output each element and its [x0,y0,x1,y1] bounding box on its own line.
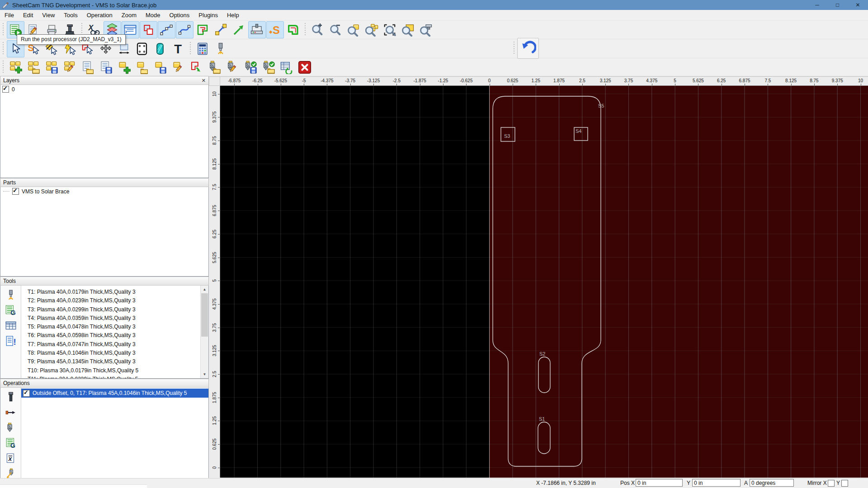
list-item[interactable]: 0 [0,85,208,94]
pos-y-input[interactable]: 0 in [692,479,741,487]
menu-item-file[interactable]: File [0,10,19,20]
show-splines-button[interactable] [176,21,193,38]
maximize-button[interactable]: □ [827,0,848,10]
tools-scrollbar[interactable]: ▲ ▼ [200,286,208,378]
scroll-up-icon[interactable]: ▲ [201,286,208,293]
layers-close-icon[interactable]: ✕ [202,78,206,84]
calculator-button[interactable] [194,40,212,57]
show-parts-button[interactable] [140,21,157,38]
insert-operation-icon[interactable] [3,389,19,405]
tool-warning-icon[interactable]: ! [3,333,19,349]
variables-operation-icon[interactable]: x [3,451,19,466]
menu-item-view[interactable]: View [38,10,59,20]
tool-list-item[interactable]: T11: Plasma 30A,0.0239in Thick,MS,Qualit… [21,375,201,378]
toolbar-grip[interactable] [513,42,516,55]
minimize-button[interactable]: ─ [807,0,827,10]
menu-item-zoom[interactable]: Zoom [117,10,141,20]
delete-button[interactable] [296,59,314,76]
menu-item-plugins[interactable]: Plugins [194,10,222,20]
toolbar-grip[interactable] [2,23,5,37]
layers-panel-caption[interactable]: Layers ✕ [0,76,209,85]
operation-list-item[interactable]: Outside Offset, 0, T17: Plasma 45A,0.104… [21,389,208,398]
tool-list-item[interactable]: T2: Plasma 40A,0.0239in Thick,MS,Quality… [21,296,201,305]
show-contours-button[interactable] [194,21,212,38]
edit-material-button[interactable] [151,40,169,57]
undo-button[interactable] [517,38,539,59]
gcode-list-icon[interactable]: G [3,303,19,318]
menu-item-edit[interactable]: Edit [19,10,38,20]
pos-x-input[interactable]: 0 in [636,479,683,487]
zoom-part-button[interactable] [345,21,363,38]
item-checkbox[interactable] [2,86,9,93]
zoom-in-button[interactable] [309,21,326,38]
refresh-table-button[interactable] [278,59,296,76]
tool-list-item[interactable]: T8: Plasma 45A,0.1046in Thick,MS,Quality… [21,349,201,357]
new-job-button[interactable] [7,59,24,76]
save-part-button[interactable] [151,59,169,76]
toolbar-grip[interactable] [304,23,307,37]
mirror-x-checkbox[interactable] [828,480,835,487]
gcode-operation-icon[interactable]: G [3,436,19,451]
torch-icon[interactable] [3,287,19,303]
simulate-machine-button[interactable] [248,21,266,38]
tool-list-item[interactable]: T6: Plasma 45A,0.0598in Thick,MS,Quality… [21,331,201,340]
add-text-button[interactable]: T [170,40,187,57]
tool-list-item[interactable]: T10: Plasma 30A,0.0179in Thick,MS,Qualit… [21,366,201,375]
open-toolset-button[interactable] [206,59,223,76]
open-drawing-button[interactable] [79,59,97,76]
menu-item-tools[interactable]: Tools [59,10,82,20]
tool-list-item[interactable]: T9: Plasma 45A,0.1345in Thick,MS,Quality… [21,357,201,366]
open-job-button[interactable] [25,59,42,76]
edit-sheet-button[interactable] [133,40,151,57]
tool-list-item[interactable]: T5: Plasma 45A,0.0478in Thick,MS,Quality… [21,323,201,331]
torch-settings-button[interactable] [212,40,230,57]
toolbar-grip[interactable] [2,42,5,56]
menu-item-help[interactable]: Help [222,10,244,20]
show-start-points-button[interactable]: S [266,21,284,38]
operation-checkbox[interactable] [23,390,30,397]
save-toolset-button[interactable] [242,59,259,76]
angle-input[interactable]: 0 degrees [750,479,794,487]
tool-table-icon[interactable] [3,318,19,333]
item-checkbox[interactable] [12,188,19,195]
tool-list-item[interactable]: T7: Plasma 45A,0.0747in Thick,MS,Quality… [21,340,201,349]
load-default-tools-button[interactable] [260,59,278,76]
save-drawing-button[interactable] [97,59,115,76]
scroll-down-icon[interactable]: ▼ [201,371,208,378]
add-part-button[interactable] [115,59,133,76]
list-item[interactable]: VMS to Solar Brace [0,187,208,196]
parts-panel-caption[interactable]: Parts [0,178,209,187]
show-rapids-button[interactable] [212,21,230,38]
menu-item-mode[interactable]: Mode [141,10,165,20]
tool-list-item[interactable]: T4: Plasma 40A,0.0359in Thick,MS,Quality… [21,314,201,323]
close-button[interactable]: ✕ [848,0,868,10]
toolbar-grip[interactable] [2,61,5,74]
operations-panel-caption[interactable]: Operations [0,379,209,388]
move-operation-icon[interactable] [3,405,19,420]
title-bar[interactable]: SheetCam TNG Development - VMS to Solar … [0,0,868,10]
edit-tools-button[interactable] [224,59,241,76]
edit-job-button[interactable] [61,59,79,76]
zoom-sheet-button[interactable] [399,21,417,38]
show-cut-direction-button[interactable] [230,21,248,38]
drawing-canvas[interactable]: S5 S3 S4 S2 S1 [220,86,868,478]
import-drawing-button[interactable] [188,59,205,76]
mirror-y-checkbox[interactable] [841,480,848,487]
show-part-outline-button[interactable] [284,21,302,38]
menu-item-options[interactable]: Options [165,10,194,20]
tools-panel-caption[interactable]: Tools [0,277,209,286]
tool-list-item[interactable]: T3: Plasma 40A,0.0299in Thick,MS,Quality… [21,305,201,314]
zoom-out-button[interactable] [327,21,344,38]
zoom-machine-button[interactable] [417,21,435,38]
tool-list-item[interactable]: T1: Plasma 40A,0.0179in Thick,MS,Quality… [21,288,201,296]
zoom-extents-button[interactable] [381,21,399,38]
drill-operation-icon[interactable] [3,420,19,436]
show-toolpaths-button[interactable] [158,21,175,38]
zoom-all-parts-button[interactable] [363,21,381,38]
open-part-button[interactable] [133,59,151,76]
scrollbar-thumb[interactable] [201,293,208,337]
save-job-button[interactable] [43,59,61,76]
edit-part-button[interactable] [170,59,187,76]
toolbar-grip[interactable] [189,42,192,56]
menu-item-operation[interactable]: Operation [82,10,117,20]
